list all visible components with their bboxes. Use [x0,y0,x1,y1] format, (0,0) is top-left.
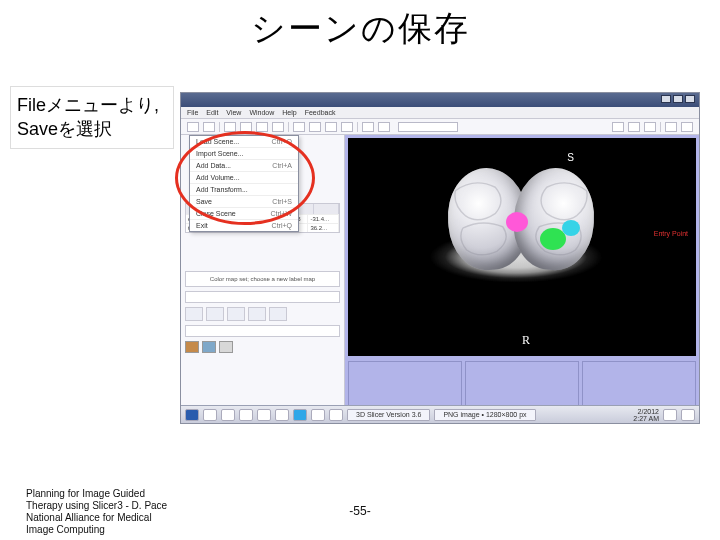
menuitem-close-scene[interactable]: Close SceneCtrl+W [190,208,298,220]
cell-y: -31.4... [308,215,339,223]
toolbar-button[interactable] [256,122,268,132]
app-menubar[interactable]: File Edit View Window Help Feedback [181,107,699,119]
separator [660,122,661,132]
toolbar-button[interactable] [665,122,677,132]
taskbar-app-slicer[interactable]: 3D Slicer Version 3.6 [347,409,430,421]
menuitem-exit[interactable]: ExitCtrl+Q [190,220,298,231]
separator [288,122,289,132]
menu-item-edit[interactable]: Edit [206,109,218,116]
toolbar-button[interactable] [224,122,236,132]
toolbar-button[interactable] [362,122,374,132]
taskbar-icon[interactable] [221,409,235,421]
menuitem-label: Add Transform... [196,186,248,193]
menuitem-add-volume[interactable]: Add Volume... [190,172,298,184]
clock-time: 2:27 AM [633,415,659,422]
layout-button[interactable] [185,307,203,321]
toolbar-search[interactable] [398,122,458,132]
menuitem-add-transform[interactable]: Add Transform... [190,184,298,196]
separator [357,122,358,132]
taskbar-icon[interactable] [257,409,271,421]
layout-button[interactable] [206,307,224,321]
panel-header[interactable] [185,325,340,337]
toolbar-button[interactable] [341,122,353,132]
swatch[interactable] [185,341,199,353]
cell-y: 36.2... [308,224,339,232]
menuitem-accel: Ctrl+A [272,162,292,169]
menuitem-accel: Ctrl+W [270,210,292,217]
taskbar-icon[interactable] [311,409,325,421]
toolbar-button[interactable] [644,122,656,132]
color-swatches[interactable] [185,341,340,353]
toolbar-button[interactable] [628,122,640,132]
footer-line: Image Computing [26,524,236,536]
close-icon[interactable] [685,95,695,103]
menuitem-label: Close Scene [196,210,236,217]
menuitem-import-scene[interactable]: Import Scene... [190,148,298,160]
tumor-pink [506,212,528,232]
menuitem-label: Import Scene... [196,150,243,157]
app-toolbar [181,119,699,135]
toolbar-button[interactable] [272,122,284,132]
menu-item-window[interactable]: Window [249,109,274,116]
separator [219,122,220,132]
toolbar-button[interactable] [293,122,305,132]
taskbar-icon[interactable] [275,409,289,421]
3d-view[interactable]: R S Entry Point [348,138,696,356]
right-viewer-pane: R S Entry Point [345,135,699,423]
menu-item-feedback[interactable]: Feedback [305,109,336,116]
taskbar-icon[interactable] [329,409,343,421]
panel-header[interactable] [185,291,340,303]
menuitem-label: Save [196,198,212,205]
toolbar-button[interactable] [378,122,390,132]
page-number: -55- [0,504,720,518]
start-icon[interactable] [185,409,199,421]
toolbar-button[interactable] [325,122,337,132]
toolbar-button[interactable] [681,122,693,132]
maximize-icon[interactable] [673,95,683,103]
layout-button[interactable] [269,307,287,321]
minimize-icon[interactable] [661,95,671,103]
layout-button[interactable] [248,307,266,321]
toolbar-button[interactable] [612,122,624,132]
toolbar-button[interactable] [240,122,252,132]
taskbar-icon[interactable] [203,409,217,421]
axis-S-label: S [567,152,574,163]
brain-render [412,162,632,330]
tray-icon[interactable] [681,409,695,421]
app-titlebar [181,93,699,107]
menuitem-accel: Ctrl+O [272,138,292,145]
taskbar-app-other[interactable]: PNG image • 1280×800 px [434,409,535,421]
menu-item-view[interactable]: View [226,109,241,116]
layout-thumbnails[interactable] [185,307,340,321]
toolbar-button[interactable] [309,122,321,132]
menu-item-file[interactable]: File [187,109,198,116]
tray-icon[interactable] [663,409,677,421]
taskbar-icon[interactable] [293,409,307,421]
toolbar-button[interactable] [203,122,215,132]
menuitem-label: Add Data... [196,162,231,169]
swatch[interactable] [202,341,216,353]
status-message: Color map set; choose a new label map [185,271,340,287]
slide-title: シーンの保存 [0,6,720,52]
entry-point-label: Entry Point [654,230,688,237]
swatch[interactable] [219,341,233,353]
taskbar-icon[interactable] [239,409,253,421]
axis-R-label: R [522,333,530,348]
footer-line: Planning for Image Guided [26,488,236,500]
toolbar-button[interactable] [187,122,199,132]
menu-item-help[interactable]: Help [282,109,296,116]
layout-button[interactable] [227,307,245,321]
window-controls[interactable] [661,95,695,103]
menuitem-accel: Ctrl+Q [272,222,292,229]
file-menu-dropdown[interactable]: Load Scene...Ctrl+O Import Scene... Add … [189,135,299,232]
clock-date: 2/2012 [633,408,659,415]
slicer-screenshot: File Edit View Window Help Feedback [180,92,700,424]
callout-line: Saveを選択 [17,117,159,141]
menuitem-add-data[interactable]: Add Data...Ctrl+A [190,160,298,172]
callout-line: Fileメニューより, [17,93,159,117]
os-taskbar[interactable]: 3D Slicer Version 3.6 PNG image • 1280×8… [181,405,699,423]
menuitem-label: Exit [196,222,208,229]
menuitem-accel: Ctrl+S [272,198,292,205]
menuitem-save[interactable]: SaveCtrl+S [190,196,298,208]
menuitem-load-scene[interactable]: Load Scene...Ctrl+O [190,136,298,148]
